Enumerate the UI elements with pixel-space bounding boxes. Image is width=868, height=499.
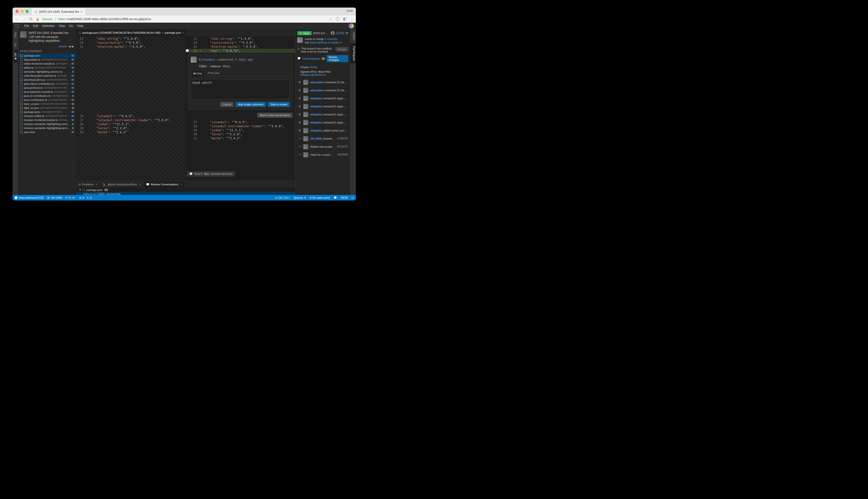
code-line[interactable]: 30 "lerna": "^2.2.0",: [186, 132, 295, 136]
maximize-window-button[interactable]: [26, 10, 29, 13]
close-icon[interactable]: ×: [96, 183, 97, 186]
status-layout-icon[interactable]: ▭: [351, 196, 354, 199]
status-sync[interactable]: ⟳ 0↓ 0↑: [66, 196, 75, 199]
menu-go[interactable]: Go: [67, 23, 75, 28]
file-row[interactable]: java-contribution.tspackages/java/src/…M: [18, 98, 76, 102]
pr-number-link[interactable]: #2332: [336, 32, 344, 35]
forward-button[interactable]: →: [22, 17, 26, 21]
activity-tab-git[interactable]: Git: [14, 40, 17, 50]
conversation-item[interactable]: [kittaakos] TODO: remove this.: [76, 192, 295, 195]
close-tab-icon[interactable]: ×: [81, 10, 83, 14]
menu-help[interactable]: Help: [75, 23, 86, 28]
status-spaces[interactable]: Spaces: 4: [293, 196, 306, 199]
status-language[interactable]: JSON: [340, 196, 348, 199]
review-conversations-tab[interactable]: 💬 Review Conversations ×: [143, 181, 185, 187]
browser-tab[interactable]: [WIP] GH-1845: Extended the ×: [32, 9, 85, 15]
status-problems[interactable]: ⊘ 0 ⚠ 0: [79, 196, 91, 199]
status-repo[interactable]: theia-ide/theia#2332: [15, 196, 44, 199]
add-single-comment-button[interactable]: Add single comment: [236, 102, 266, 107]
comment-gutter-icon[interactable]: 💬: [186, 49, 189, 52]
code-line[interactable]: 27 "istanbul": "^0.4.5",: [186, 120, 295, 124]
menu-file[interactable]: File: [22, 23, 31, 28]
write-tab[interactable]: Write: [191, 70, 204, 77]
activity-tab-pull-request[interactable]: Pull Request: [350, 43, 356, 64]
file-row[interactable]: monaco-editor.tspackages/monaco/sr…M: [18, 114, 76, 118]
timeline-item[interactable]: 👁kittaakos reviewed 5 days …: [295, 102, 350, 110]
details-link[interactable]: details: [59, 45, 67, 48]
start-review-button[interactable]: Start a review: [268, 102, 290, 107]
file-row[interactable]: editor-frontend-module.tspackages/e…M: [18, 62, 76, 66]
gitpod-logo-icon[interactable]: [15, 24, 19, 28]
conversations-link[interactable]: Conversations: [302, 57, 320, 60]
gutter-hover-label[interactable]: 💬 Start New Conversations: [187, 171, 235, 176]
file-row[interactable]: nsfw-filesystem-watcher.tspackages…M: [18, 74, 76, 78]
code-line[interactable]: 24 "concurrently": "^3.5.0",: [186, 41, 295, 45]
collapse-icon[interactable]: ▾: [79, 188, 81, 191]
conversation-file-row[interactable]: ▾ ▢ package.json 1: [76, 187, 295, 192]
close-icon[interactable]: ×: [180, 183, 182, 186]
signoff-email[interactable]: kittaakos@typefox.io: [300, 73, 326, 76]
diff-original-pane[interactable]: 23 "chai-string": "^1.4.0",24 "concurren…: [76, 36, 186, 181]
file-row[interactable]: editor.tspackages/editor/src/browserM: [18, 66, 76, 70]
prev-file-icon[interactable]: ◀: [68, 45, 71, 48]
file-row[interactable]: package.jsonpackages/monacoM: [18, 110, 76, 114]
address-bar[interactable]: https://ca9204d2-25d9-4ebc-a65e-e2140b1c…: [58, 17, 151, 21]
browser-profile-name[interactable]: Sven: [347, 9, 353, 13]
info-icon[interactable]: ⓘ: [336, 16, 340, 21]
terminal-tab[interactable]: ❯_ gitpod /workspace/theia ×: [100, 181, 143, 187]
bookmark-icon[interactable]: ☆: [329, 16, 332, 21]
back-button[interactable]: ←: [15, 17, 19, 21]
code-line[interactable]: 25 "electron-mocha": "~3.5.0",: [186, 45, 295, 49]
commenter-name[interactable]: kittaakos: [199, 58, 215, 61]
code-line[interactable]: 29 "jsdom": "^11.5.1",: [186, 128, 295, 132]
code-line[interactable]: 28 "istanbul-instrumenter-loader": "^3.0…: [186, 124, 295, 128]
file-row[interactable]: java-cli-contribution.tspackages/java/…A: [18, 94, 76, 98]
file-row[interactable]: dark_vs.jsonpackages/monaco/data/m…O: [18, 102, 76, 106]
status-branch[interactable]: GH-1845: [47, 196, 62, 199]
activity-tab-outline[interactable]: Outline: [350, 29, 356, 43]
close-window-button[interactable]: [16, 10, 18, 13]
merge-target-link[interactable]: theia-ide/theia ▾ master ▾: [310, 41, 341, 44]
commits-link[interactable]: 3 commits: [325, 37, 337, 40]
file-row[interactable]: java-protocol.tspackages/java/src/bro…M: [18, 86, 76, 90]
file-row[interactable]: java-backend-module.tspackages/j…M: [18, 90, 76, 94]
github-icon[interactable]: [331, 32, 335, 35]
files-changed-list[interactable]: package.jsonMdisposable.tspackages/core/…: [18, 53, 76, 195]
timeline-item[interactable]: 👁kittaakos reviewed 5 days …: [295, 94, 350, 102]
extension-icon[interactable]: ◧: [343, 16, 347, 21]
file-row[interactable]: monaco-frontend-module.tspackage…M: [18, 118, 76, 122]
merge-button[interactable]: Merge: [336, 47, 348, 51]
preview-tab[interactable]: Preview: [205, 70, 222, 76]
activity-tab-diff[interactable]: Diff: [14, 50, 17, 63]
status-lncol[interactable]: Ln 26, Col 1: [275, 196, 290, 199]
timeline-item[interactable]: ⊕kittaakos added some commits …: [295, 126, 350, 135]
editor-tab[interactable]: ▢ package.json (322e9307144536c3578cc7c8…: [76, 29, 187, 36]
timeline-item[interactable]: ⊸Added new scope…621ee23: [295, 143, 350, 151]
file-row[interactable]: package.jsonM: [18, 53, 76, 58]
next-file-icon[interactable]: ▶: [72, 45, 74, 48]
minimize-window-button[interactable]: [21, 10, 24, 13]
menu-selection[interactable]: Selection: [40, 23, 56, 28]
file-row[interactable]: disposable.tspackages/core/src/commonM: [18, 58, 76, 62]
close-editor-tab-icon[interactable]: ×: [183, 31, 184, 34]
status-feedback-icon[interactable]: 💬: [334, 196, 337, 199]
file-row[interactable]: monaco-semantic-highlighting-servi…A: [18, 126, 76, 130]
user-avatar[interactable]: [349, 23, 354, 28]
code-line[interactable]: 23 "chai-string": "^1.4.0",: [186, 37, 295, 41]
review-changes-button[interactable]: Review Changes: [327, 55, 348, 62]
status-ports[interactable]: ⊘ No open ports: [309, 196, 330, 199]
cancel-button[interactable]: Cancel: [220, 102, 234, 107]
file-row[interactable]: light_vs.jsonpackages/monaco/data/m…O: [18, 106, 76, 110]
file-row[interactable]: download-jdt-ls.jspackages/java/scriptsM: [18, 78, 76, 82]
timeline-item[interactable]: 👁kittaakos reviewed 5 days …: [295, 110, 350, 119]
timeline-item[interactable]: 👁akosyakov reviewed 21 da…: [295, 86, 350, 94]
closes-issue-link[interactable]: #1845: [310, 66, 317, 69]
diff-editor[interactable]: 23 "chai-string": "^1.4.0",24 "concurren…: [76, 36, 295, 181]
activity-tab-files[interactable]: Files: [14, 29, 17, 40]
start-new-conversation-button[interactable]: Start a new conversation: [257, 113, 292, 118]
close-icon[interactable]: ×: [139, 183, 141, 186]
comment-input[interactable]: [191, 79, 290, 99]
diff-modified-pane[interactable]: 23 "chai-string": "^1.4.0",24 "concurren…: [186, 36, 295, 181]
timeline-item[interactable]: 👁akosyakov reviewed 21 da…: [295, 78, 350, 86]
file-row[interactable]: java-client-contribution.tspackages/j…M: [18, 82, 76, 86]
